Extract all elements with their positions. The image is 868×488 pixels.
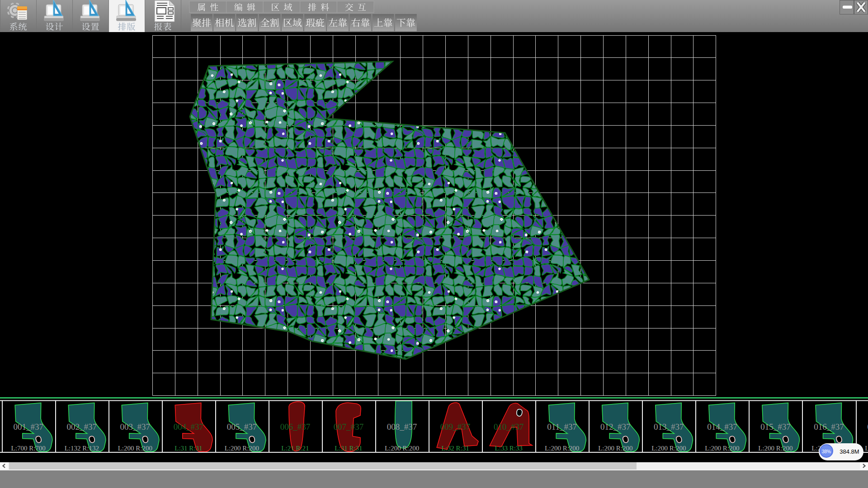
svg-text:010_#37: 010_#37: [494, 422, 524, 432]
svg-text:L:132 R:132: L:132 R:132: [65, 445, 99, 452]
svg-text:008_#37: 008_#37: [387, 422, 417, 432]
svg-text:005_#37: 005_#37: [227, 422, 257, 432]
svg-text:002_#37: 002_#37: [67, 422, 97, 432]
svg-text:L:200 R:200: L:200 R:200: [545, 445, 579, 452]
svg-text:014_#37: 014_#37: [707, 422, 737, 432]
svg-text:L:21 R:21: L:21 R:21: [281, 445, 309, 452]
svg-text:009_#37: 009_#37: [440, 422, 471, 432]
svg-text:L:700 R:700: L:700 R:700: [11, 445, 46, 452]
svg-text:L:200 R:200: L:200 R:200: [598, 445, 632, 452]
svg-text:L:31 R:31: L:31 R:31: [175, 445, 202, 452]
svg-text:015_#37: 015_#37: [760, 422, 791, 432]
svg-text:L:200 R:200: L:200 R:200: [758, 445, 793, 452]
svg-text:004_#37: 004_#37: [174, 422, 204, 432]
svg-text:001_#37: 001_#37: [13, 422, 43, 432]
svg-text:L:200 R:200: L:200 R:200: [705, 445, 739, 452]
svg-text:L:31 R:31: L:31 R:31: [335, 445, 362, 452]
svg-text:007_#37: 007_#37: [334, 422, 364, 432]
svg-text:L:32 R:31: L:32 R:31: [441, 445, 469, 452]
svg-text:016_#37: 016_#37: [814, 422, 844, 432]
svg-text:003_#37: 003_#37: [120, 422, 151, 432]
svg-text:012_#37: 012_#37: [600, 422, 631, 432]
svg-text:L:33 R:33: L:33 R:33: [495, 445, 523, 452]
svg-text:L:200 R:200: L:200 R:200: [651, 445, 686, 452]
svg-text:013_#37: 013_#37: [654, 422, 684, 432]
svg-text:L:200 R:200: L:200 R:200: [118, 445, 152, 452]
svg-text:011_#37: 011_#37: [547, 422, 577, 432]
svg-text:006_#37: 006_#37: [280, 422, 311, 432]
svg-text:L:200 R:200: L:200 R:200: [865, 445, 868, 452]
svg-text:L:200 R:200: L:200 R:200: [385, 445, 419, 452]
svg-text:L:200 R:200: L:200 R:200: [225, 445, 259, 452]
